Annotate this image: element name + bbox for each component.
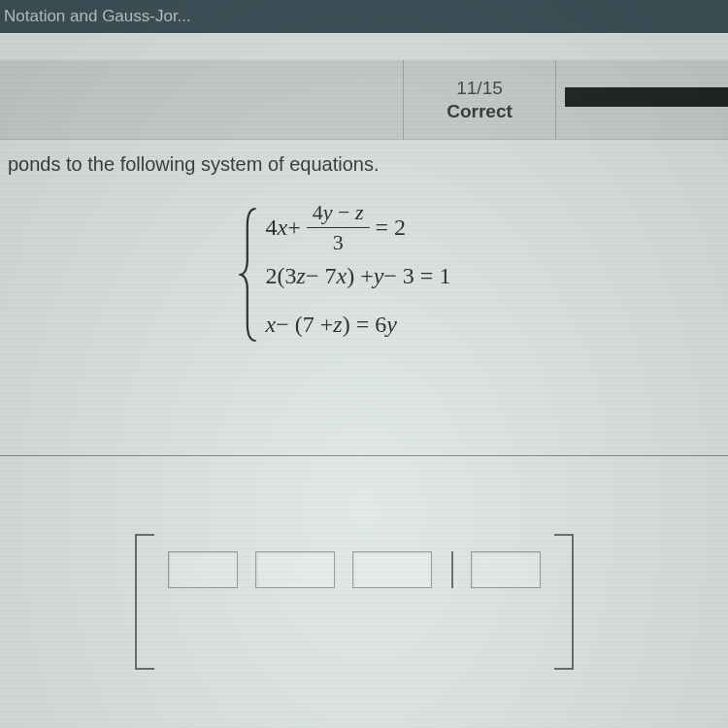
- section-divider: [0, 455, 728, 456]
- tab-title: Notation and Gauss-Jor...: [0, 7, 191, 26]
- matrix-cell-input[interactable]: [168, 551, 238, 588]
- score-box: 11/15 Correct: [403, 60, 556, 140]
- browser-tab-bar: Notation and Gauss-Jor...: [0, 0, 728, 33]
- left-brace: [239, 207, 260, 345]
- question-area: ponds to the following system of equatio…: [0, 140, 728, 358]
- progress-bar-fragment: [565, 87, 728, 107]
- equation-1: 4x + 4y − z 3 = 2: [266, 207, 451, 248]
- fraction: 4y − z 3: [307, 200, 370, 255]
- matrix-left-bracket: [135, 534, 154, 670]
- matrix-cell-input[interactable]: [352, 551, 432, 588]
- score-value: 11/15: [456, 78, 503, 99]
- equation-3: x − (7 + z) = 6y: [266, 304, 451, 345]
- matrix-right-bracket: [554, 534, 574, 670]
- equation-system: 4x + 4y − z 3 = 2 2(3z − 7x) + y − 3 = 1…: [8, 207, 720, 345]
- matrix-cell-input[interactable]: [255, 551, 335, 588]
- equation-2: 2(3z − 7x) + y − 3 = 1: [266, 255, 451, 296]
- augmented-matrix-input: [0, 534, 728, 670]
- question-prompt: ponds to the following system of equatio…: [8, 153, 720, 176]
- score-status: Correct: [447, 101, 513, 122]
- matrix-cell-input[interactable]: [471, 551, 541, 588]
